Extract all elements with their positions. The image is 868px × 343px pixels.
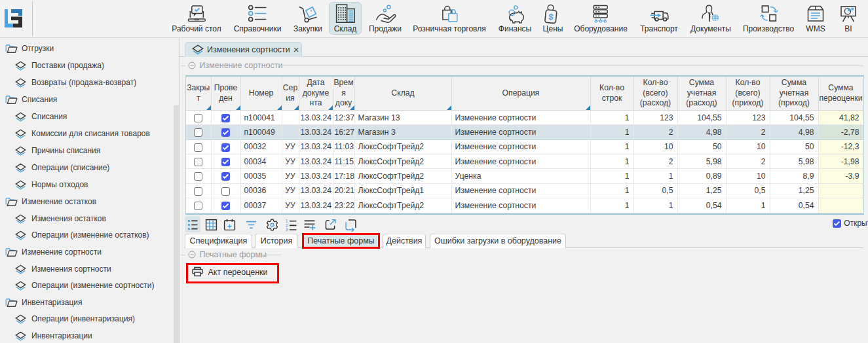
- svg-text:3: 3: [285, 227, 288, 232]
